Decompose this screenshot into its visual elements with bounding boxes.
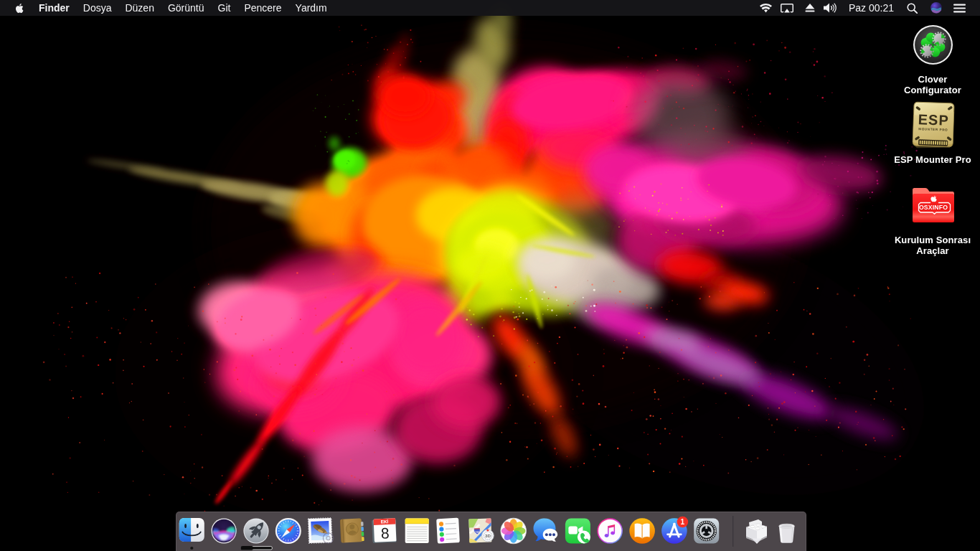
svg-text:EKİ: EKİ [380,518,388,524]
svg-text:8: 8 [380,524,390,541]
svg-text:1: 1 [681,518,685,526]
svg-text:3D: 3D [485,533,491,538]
svg-text:OSXINFO: OSXINFO [919,204,948,211]
svg-text:280: 280 [475,530,481,534]
svg-text:ESP: ESP [918,111,949,128]
